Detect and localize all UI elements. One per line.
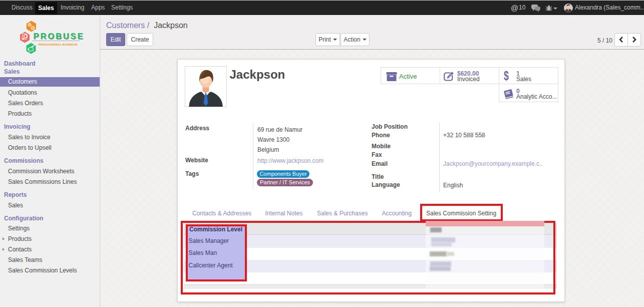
svg-text:PROBUSE: PROBUSE [34,32,85,41]
svg-text:PROFESSIONAL BUSINESS: PROFESSIONAL BUSINESS [39,43,78,46]
